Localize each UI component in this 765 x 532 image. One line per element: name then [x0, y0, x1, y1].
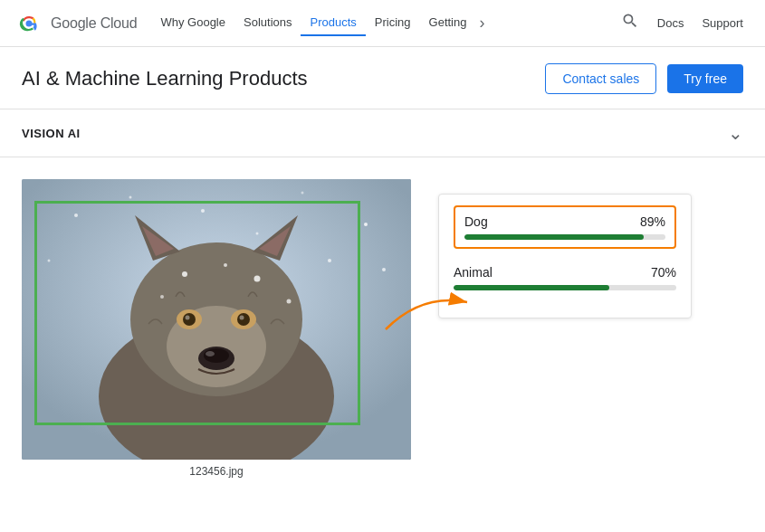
svg-point-24: [240, 316, 244, 320]
svg-point-21: [183, 313, 196, 326]
nav-item-why-google[interactable]: Why Google: [151, 10, 234, 36]
svg-point-23: [186, 316, 190, 320]
progress-bar-fill-animal: [454, 285, 609, 290]
result-pct-animal: 70%: [651, 265, 676, 280]
svg-point-27: [206, 351, 215, 356]
wolf-svg: [22, 179, 411, 460]
svg-point-8: [382, 268, 386, 271]
vision-ai-section-header: VISION AI ⌄: [0, 109, 765, 157]
svg-point-0: [26, 20, 33, 26]
svg-point-5: [301, 192, 304, 195]
image-filename: 123456.jpg: [22, 465, 411, 478]
svg-point-7: [48, 260, 51, 262]
svg-point-3: [129, 196, 132, 199]
result-label-dog: Dog: [464, 214, 488, 229]
page-title-bar: AI & Machine Learning Products Contact s…: [0, 47, 765, 109]
page-title: AI & Machine Learning Products: [22, 67, 308, 90]
google-cloud-logo-icon: [14, 9, 43, 38]
nav-links: Why Google Solutions Products Pricing Ge…: [151, 10, 488, 36]
section-collapse-chevron-icon[interactable]: ⌄: [728, 122, 743, 144]
nav-support[interactable]: Support: [694, 11, 751, 35]
result-item-animal: Animal 70%: [454, 261, 676, 294]
svg-point-10: [256, 233, 259, 235]
svg-point-11: [328, 259, 331, 262]
svg-point-29: [224, 263, 227, 267]
svg-point-4: [201, 209, 205, 213]
result-pct-dog: 89%: [640, 214, 665, 229]
svg-point-22: [237, 313, 250, 326]
progress-bar-bg-dog: [464, 234, 665, 240]
logo[interactable]: Google Cloud: [14, 9, 137, 38]
main-nav: Google Cloud Why Google Solutions Produc…: [0, 0, 765, 47]
cta-buttons: Contact sales Try free: [545, 63, 743, 94]
demo-image-container: 123456.jpg: [22, 179, 411, 478]
result-header-animal: Animal 70%: [454, 265, 676, 280]
svg-point-6: [364, 223, 368, 226]
demo-area: 123456.jpg Dog 89% Animal 70%: [0, 157, 765, 478]
svg-point-2: [74, 214, 78, 217]
progress-bar-fill-dog: [464, 234, 644, 240]
result-label-animal: Animal: [454, 265, 492, 280]
demo-image: [22, 179, 411, 460]
result-header-dog: Dog 89%: [464, 214, 665, 229]
svg-point-31: [160, 295, 164, 299]
contact-sales-button[interactable]: Contact sales: [545, 63, 656, 94]
progress-bar-bg-animal: [454, 285, 676, 290]
result-item-dog: Dog 89%: [454, 205, 676, 249]
nav-more-chevron-icon[interactable]: ›: [475, 10, 488, 36]
results-panel: Dog 89% Animal 70%: [438, 194, 692, 318]
try-free-button[interactable]: Try free: [667, 64, 743, 93]
nav-item-pricing[interactable]: Pricing: [366, 10, 420, 36]
svg-point-30: [254, 276, 261, 282]
svg-point-32: [287, 299, 292, 304]
nav-docs[interactable]: Docs: [650, 11, 692, 35]
nav-item-solutions[interactable]: Solutions: [234, 10, 301, 36]
search-icon[interactable]: [614, 8, 646, 38]
nav-item-getting[interactable]: Getting: [420, 10, 476, 36]
logo-text: Google Cloud: [51, 15, 137, 32]
nav-item-products[interactable]: Products: [301, 10, 365, 36]
section-title: VISION AI: [22, 127, 81, 140]
svg-point-28: [182, 271, 187, 277]
